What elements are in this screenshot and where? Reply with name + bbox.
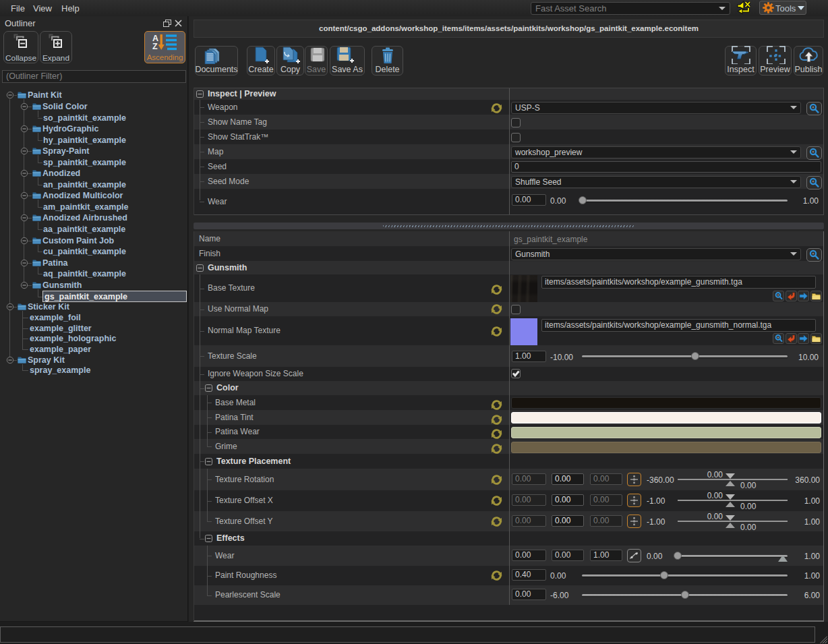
svg-text:Z: Z <box>152 42 158 51</box>
